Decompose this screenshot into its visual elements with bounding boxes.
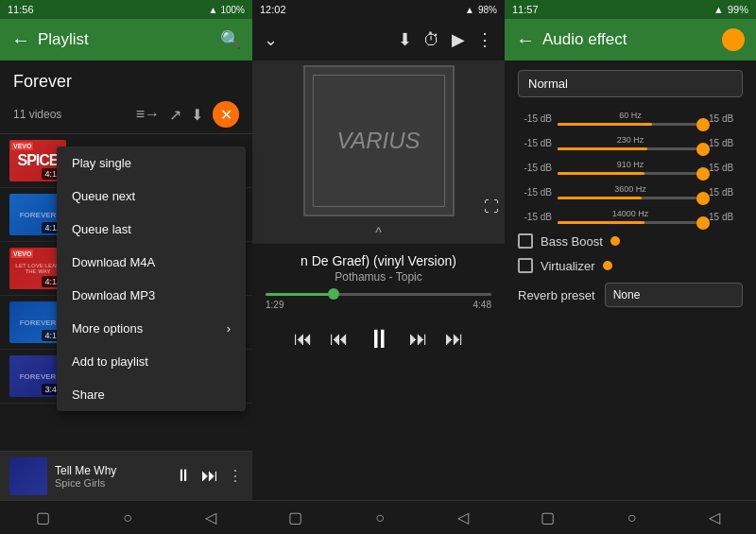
song-artist: Pothamus - Topic bbox=[267, 270, 490, 284]
play-pause-button[interactable]: ⏸ bbox=[366, 323, 392, 354]
bass-boost-checkbox[interactable] bbox=[518, 233, 533, 249]
sort-icon[interactable]: ≡→ bbox=[136, 106, 160, 123]
nav-square-icon-3[interactable]: ▢ bbox=[541, 508, 555, 526]
download-icon-2[interactable]: ⬇ bbox=[398, 29, 412, 50]
progress-times: 1:29 4:48 bbox=[266, 300, 491, 310]
time-current: 1:29 bbox=[266, 300, 284, 310]
time-total: 4:48 bbox=[473, 300, 491, 310]
context-more-options[interactable]: More options › bbox=[57, 312, 246, 345]
nav-back-icon-2[interactable]: ◁ bbox=[457, 508, 469, 526]
reverb-row: Reverb preset None Large Hall Large Room… bbox=[518, 283, 743, 307]
eq-slider-1: 60 Hz bbox=[558, 111, 703, 126]
fullscreen-icon[interactable]: ⛶ bbox=[484, 198, 499, 215]
download-icon[interactable]: ⬇ bbox=[191, 106, 203, 124]
pause-button[interactable]: ⏸ bbox=[175, 466, 192, 486]
eq-right-label-4: 15 dB bbox=[709, 187, 743, 198]
virtualizer-label: Virtualizer bbox=[541, 259, 595, 273]
eq-right-label-5: 15 dB bbox=[709, 212, 743, 222]
playlist-header: ← Playlist 🔍 bbox=[0, 19, 252, 60]
context-menu: Play single Queue next Queue last Downlo… bbox=[57, 146, 246, 411]
nav-back-icon[interactable]: ◁ bbox=[205, 508, 216, 526]
skip-back-button[interactable]: ⏮ bbox=[330, 328, 349, 350]
time-2: 12:02 bbox=[260, 4, 286, 15]
eq-fill-2 bbox=[558, 147, 647, 150]
battery-2: 98% bbox=[478, 5, 497, 15]
skip-forward-button[interactable]: ⏭ bbox=[409, 328, 428, 350]
context-add-playlist[interactable]: Add to playlist bbox=[57, 345, 246, 378]
share-icon[interactable]: ↗ bbox=[169, 106, 181, 124]
audio-header-title: Audio effect bbox=[542, 30, 627, 49]
time-3: 11:57 bbox=[512, 4, 539, 15]
nav-back-icon-3[interactable]: ◁ bbox=[709, 508, 720, 526]
more-button[interactable]: ⋮ bbox=[228, 467, 243, 485]
reverb-dropdown[interactable]: None Large Hall Large Room Medium Hall M… bbox=[605, 283, 743, 307]
search-icon[interactable]: 🔍 bbox=[220, 29, 241, 50]
back-button-2[interactable]: ← bbox=[516, 29, 535, 51]
nav-circle-icon[interactable]: ○ bbox=[123, 509, 132, 526]
preset-dropdown[interactable]: Normal Classical Dance Flat Folk Heavy M… bbox=[518, 70, 743, 97]
bass-boost-indicator bbox=[610, 236, 620, 246]
eq-track-2[interactable] bbox=[558, 147, 703, 150]
eq-track-4[interactable] bbox=[558, 197, 703, 199]
np-info: Tell Me Why Spice Girls bbox=[47, 464, 175, 489]
chevron-down-icon[interactable]: ⌄ bbox=[264, 29, 278, 50]
wifi-icon: ▲ bbox=[209, 5, 218, 15]
fast-forward-button[interactable]: ⏭ bbox=[445, 328, 464, 350]
eq-freq-4: 3600 Hz bbox=[614, 184, 646, 194]
eq-slider-5: 14000 Hz bbox=[558, 209, 703, 224]
nav-square-icon-2[interactable]: ▢ bbox=[288, 508, 302, 526]
overflow-icon[interactable]: ⋮ bbox=[476, 29, 493, 50]
eq-freq-3: 910 Hz bbox=[617, 160, 644, 169]
video-area: VARIUS ⛶ bbox=[252, 60, 505, 221]
nav-square-icon[interactable]: ▢ bbox=[36, 508, 50, 526]
album-art-inner: VARIUS bbox=[313, 75, 445, 207]
eq-band-910hz: -15 dB 910 Hz 15 dB bbox=[518, 160, 743, 175]
nav-bar-3: ▢ ○ ◁ bbox=[505, 500, 756, 534]
eq-left-label-2: -15 dB bbox=[518, 138, 552, 148]
eq-freq-1: 60 Hz bbox=[619, 111, 642, 120]
player-panel: 12:02 ▲ 98% ⌄ ⬇ ⏱ ▶ ⋮ VARIUS ⛶ ^ n De Gr… bbox=[252, 0, 505, 534]
chevron-up-icon: ^ bbox=[375, 225, 382, 240]
playlist-panel: 11:56 ▲ 100% ← Playlist 🔍 Forever 11 vid… bbox=[0, 0, 252, 534]
eq-left-label-4: -15 dB bbox=[518, 187, 552, 198]
eq-track-1[interactable] bbox=[558, 123, 703, 126]
eq-fill-1 bbox=[558, 123, 652, 126]
shuffle-icon[interactable]: ✕ bbox=[213, 101, 239, 128]
eq-slider-4: 3600 Hz bbox=[558, 184, 703, 199]
audio-body: Normal Classical Dance Flat Folk Heavy M… bbox=[505, 60, 756, 500]
time-1: 11:56 bbox=[8, 4, 34, 15]
power-toggle[interactable] bbox=[722, 28, 745, 51]
back-button[interactable]: ← bbox=[11, 29, 30, 51]
context-download-mp3[interactable]: Download MP3 bbox=[57, 279, 246, 312]
nav-circle-icon-3[interactable]: ○ bbox=[627, 509, 637, 526]
np-artist: Spice Girls bbox=[55, 477, 167, 489]
eq-band-230hz: -15 dB 230 Hz 15 dB bbox=[518, 135, 743, 150]
nav-circle-icon-2[interactable]: ○ bbox=[375, 509, 385, 526]
eq-track-5[interactable] bbox=[558, 221, 703, 224]
eq-band-60hz: -15 dB 60 Hz 15 dB bbox=[518, 111, 743, 126]
preset-row: Normal Classical Dance Flat Folk Heavy M… bbox=[518, 70, 743, 97]
rewind-button[interactable]: ⏮ bbox=[294, 328, 313, 350]
audio-header: ← Audio effect bbox=[505, 19, 756, 60]
virtualizer-checkbox[interactable] bbox=[518, 258, 533, 273]
progress-area: 1:29 4:48 bbox=[252, 287, 505, 316]
eq-thumb-3 bbox=[696, 167, 710, 181]
timer-icon[interactable]: ⏱ bbox=[423, 30, 440, 50]
eq-track-3[interactable] bbox=[558, 172, 703, 175]
audio-panel: 11:57 ▲ 99% ← Audio effect Normal Classi… bbox=[505, 0, 756, 534]
context-play-single[interactable]: Play single bbox=[57, 146, 246, 180]
now-playing-bar: Tell Me Why Spice Girls ⏸ ⏭ ⋮ bbox=[0, 451, 252, 500]
expand-button[interactable]: ^ bbox=[252, 221, 505, 244]
status-bar-2: 12:02 ▲ 98% bbox=[252, 0, 505, 19]
eq-thumb-1 bbox=[696, 118, 710, 131]
context-download-m4a[interactable]: Download M4A bbox=[57, 246, 246, 279]
progress-bar[interactable] bbox=[266, 293, 491, 296]
video-icon[interactable]: ▶ bbox=[452, 29, 465, 50]
context-queue-next[interactable]: Queue next bbox=[57, 180, 246, 213]
np-controls: ⏸ ⏭ ⋮ bbox=[175, 466, 243, 486]
context-share[interactable]: Share bbox=[57, 378, 246, 411]
next-button[interactable]: ⏭ bbox=[201, 466, 218, 486]
player-top-bar: ⌄ ⬇ ⏱ ▶ ⋮ bbox=[252, 19, 505, 60]
context-queue-last[interactable]: Queue last bbox=[57, 213, 246, 246]
song-title: n De Graef) (vinyl Version) bbox=[267, 253, 490, 268]
